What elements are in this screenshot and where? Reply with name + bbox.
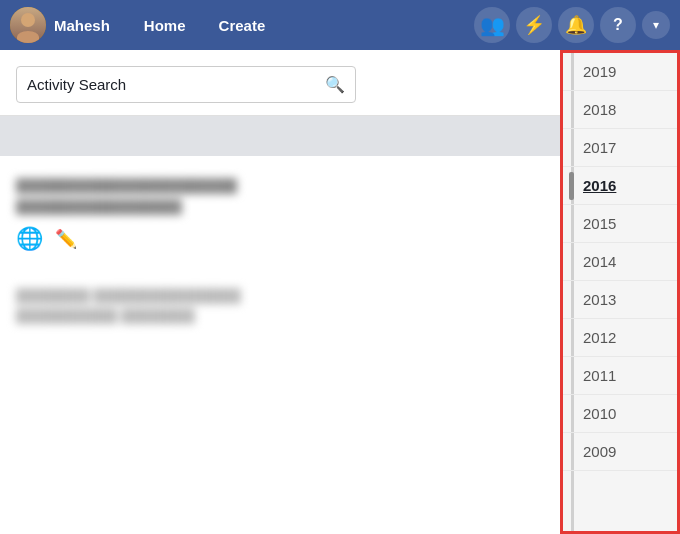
messenger-icon-btn[interactable]: ⚡: [516, 7, 552, 43]
friends-icon-btn[interactable]: 👥: [474, 7, 510, 43]
blurred-content-1: ████████████████████████ ███████████████…: [16, 176, 544, 218]
search-bar-container: 🔍: [0, 50, 560, 116]
year-item-2009[interactable]: 2009: [563, 433, 677, 471]
nav-left: Mahesh Home Create: [10, 7, 279, 43]
friends-icon: 👥: [480, 13, 505, 37]
globe-icon: 🌐: [16, 226, 43, 252]
help-icon-btn[interactable]: ?: [600, 7, 636, 43]
year-item-2012[interactable]: 2012: [563, 319, 677, 357]
year-panel: 2019201820172016201520142013201220112010…: [560, 50, 680, 534]
nav-icons: 👥 ⚡ 🔔 ? ▾: [474, 7, 670, 43]
activity-search-input[interactable]: [27, 76, 319, 93]
year-item-2018[interactable]: 2018: [563, 91, 677, 129]
nav-dropdown-btn[interactable]: ▾: [642, 11, 670, 39]
main-area: 🔍 ████████████████████████ █████████████…: [0, 50, 680, 534]
nav-link-create[interactable]: Create: [205, 11, 280, 40]
nav-link-home[interactable]: Home: [130, 11, 200, 40]
year-item-2015[interactable]: 2015: [563, 205, 677, 243]
search-bar: 🔍: [16, 66, 356, 103]
nav-username[interactable]: Mahesh: [54, 17, 110, 34]
year-item-2011[interactable]: 2011: [563, 357, 677, 395]
avatar[interactable]: [10, 7, 46, 43]
search-icon[interactable]: 🔍: [325, 75, 345, 94]
messenger-icon: ⚡: [523, 14, 545, 36]
year-item-2019[interactable]: 2019: [563, 53, 677, 91]
year-item-2013[interactable]: 2013: [563, 281, 677, 319]
nav-links: Home Create: [130, 11, 279, 40]
filter-strip: [0, 116, 560, 156]
year-item-2014[interactable]: 2014: [563, 243, 677, 281]
year-item-2017[interactable]: 2017: [563, 129, 677, 167]
year-item-2010[interactable]: 2010: [563, 395, 677, 433]
notifications-icon-btn[interactable]: 🔔: [558, 7, 594, 43]
navbar: Mahesh Home Create 👥 ⚡ 🔔 ? ▾: [0, 0, 680, 50]
notifications-icon: 🔔: [565, 14, 587, 36]
edit-icon[interactable]: ✏️: [55, 228, 77, 250]
left-panel: 🔍 ████████████████████████ █████████████…: [0, 50, 560, 534]
year-item-2016[interactable]: 2016: [563, 167, 677, 205]
post-icons: 🌐 ✏️: [16, 226, 544, 252]
blurred-row-2: ████████ ████████████████ ███████████ ██…: [16, 272, 560, 328]
content-section: ████████████████████████ ███████████████…: [0, 156, 560, 272]
